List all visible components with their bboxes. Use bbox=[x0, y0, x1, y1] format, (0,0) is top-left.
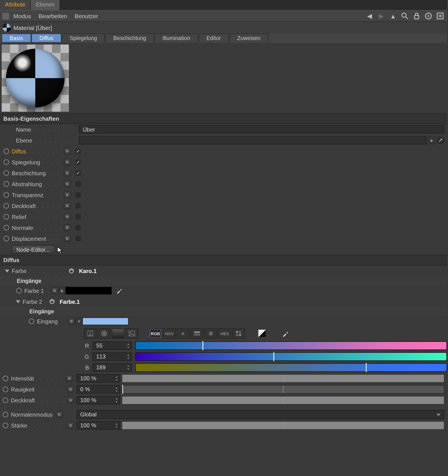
deckkraft-input[interactable]: 100 %▴▾ bbox=[76, 396, 120, 405]
channel-checkbox[interactable] bbox=[76, 225, 81, 230]
expand-swatch-icon[interactable]: ▸ bbox=[59, 287, 66, 295]
channel-checkbox[interactable] bbox=[76, 203, 81, 208]
anim-ring[interactable] bbox=[3, 397, 8, 403]
anim-ring[interactable] bbox=[3, 375, 8, 381]
name-input[interactable] bbox=[79, 125, 444, 134]
mode-contrast-icon[interactable] bbox=[256, 328, 269, 339]
key-button[interactable] bbox=[56, 411, 63, 418]
chtab-editor[interactable]: Editor bbox=[199, 34, 229, 42]
history-fwd-icon[interactable]: ▶ bbox=[377, 12, 386, 20]
anim-ring[interactable] bbox=[3, 148, 9, 154]
menu-mode[interactable]: Modus bbox=[13, 13, 31, 19]
staerke-slider[interactable] bbox=[122, 421, 444, 430]
chtab-zuweisen[interactable]: Zuweisen bbox=[229, 34, 268, 42]
anim-ring[interactable] bbox=[3, 412, 8, 417]
rauigkeit-slider[interactable] bbox=[122, 385, 444, 394]
channel-checkbox[interactable] bbox=[76, 149, 81, 154]
r-input[interactable]: 55▴▾ bbox=[92, 342, 132, 350]
node-editor-button[interactable]: Node-Editor... bbox=[12, 245, 54, 254]
b-input[interactable]: 189▴▾ bbox=[92, 363, 132, 372]
history-back-icon[interactable]: ◀ bbox=[365, 12, 374, 20]
channel-checkbox[interactable] bbox=[76, 236, 81, 241]
menu-edit[interactable]: Bearbeiten bbox=[39, 13, 67, 19]
chtab-illumination[interactable]: Illumination bbox=[155, 34, 198, 42]
mode-rgb-button[interactable]: RGB bbox=[149, 328, 162, 339]
key-button[interactable] bbox=[68, 318, 75, 325]
mode-mixer-icon[interactable] bbox=[191, 328, 203, 339]
search-icon[interactable] bbox=[401, 12, 409, 20]
deckkraft-slider[interactable] bbox=[122, 396, 444, 405]
key-button[interactable] bbox=[64, 202, 71, 209]
key-button[interactable] bbox=[66, 375, 73, 382]
anim-ring[interactable] bbox=[3, 181, 9, 187]
anim-ring[interactable] bbox=[3, 203, 9, 209]
chtab-diffus[interactable]: Diffus bbox=[31, 34, 61, 42]
link-icon[interactable] bbox=[49, 298, 55, 305]
normalenmodus-dropdown[interactable]: Global bbox=[76, 410, 444, 419]
key-button[interactable] bbox=[64, 224, 71, 231]
channel-checkbox[interactable] bbox=[76, 192, 81, 197]
disclosure-farbe2[interactable] bbox=[16, 300, 20, 303]
key-button[interactable] bbox=[67, 386, 74, 393]
up-nav-icon[interactable]: ▲ bbox=[389, 12, 397, 20]
channel-checkbox[interactable] bbox=[76, 171, 81, 176]
anim-ring[interactable] bbox=[3, 386, 8, 392]
tab-layers[interactable]: Ebenen bbox=[31, 0, 60, 10]
material-preview[interactable] bbox=[2, 45, 69, 112]
new-panel-icon[interactable] bbox=[436, 12, 444, 20]
disclosure-farbe[interactable] bbox=[5, 269, 9, 272]
intensitaet-input[interactable]: 100 %▴▾ bbox=[76, 374, 120, 383]
mode-picker-icon[interactable] bbox=[279, 328, 292, 339]
mode-swatch-icon[interactable] bbox=[205, 328, 217, 339]
key-button[interactable] bbox=[51, 287, 58, 294]
intensitaet-slider[interactable] bbox=[122, 374, 444, 383]
rauigkeit-input[interactable]: 0 %▴▾ bbox=[76, 385, 120, 394]
mode-kelvin-button[interactable]: K bbox=[177, 328, 190, 339]
swatch-menu-icon[interactable]: ▼ bbox=[76, 318, 82, 325]
staerke-input[interactable]: 100 %▴▾ bbox=[76, 421, 120, 430]
r-slider[interactable] bbox=[135, 342, 447, 350]
g-input[interactable]: 113▴▾ bbox=[92, 353, 132, 361]
panel-menu-icon[interactable] bbox=[3, 13, 9, 19]
chtab-spiegelung[interactable]: Spiegelung bbox=[62, 34, 105, 42]
link-icon[interactable] bbox=[68, 268, 75, 274]
anim-ring[interactable] bbox=[3, 225, 9, 231]
eyedropper-icon[interactable] bbox=[116, 287, 121, 294]
anim-ring[interactable] bbox=[3, 214, 9, 220]
anim-ring[interactable] bbox=[3, 236, 9, 242]
key-button[interactable] bbox=[64, 170, 71, 176]
anim-ring[interactable] bbox=[3, 423, 8, 428]
key-button[interactable] bbox=[67, 422, 74, 429]
ebene-dropdown-icon[interactable]: ▸ bbox=[428, 137, 435, 144]
mode-wheel-icon[interactable] bbox=[98, 328, 111, 339]
b-slider[interactable] bbox=[135, 363, 447, 372]
mode-image-icon[interactable] bbox=[126, 328, 138, 339]
ebene-pick-icon[interactable] bbox=[437, 137, 444, 144]
farbe-link-name[interactable]: Karo.1 bbox=[79, 268, 97, 274]
key-button[interactable] bbox=[64, 192, 71, 198]
menu-user[interactable]: Benutzer bbox=[75, 13, 98, 19]
anim-ring[interactable] bbox=[29, 318, 34, 324]
key-button[interactable] bbox=[64, 235, 71, 242]
channel-checkbox[interactable] bbox=[76, 181, 81, 186]
anim-ring[interactable] bbox=[16, 288, 22, 294]
mode-hsv-button[interactable]: HSV bbox=[163, 328, 176, 339]
chtab-beschichtung[interactable]: Beschichtung bbox=[105, 34, 154, 42]
g-slider[interactable] bbox=[135, 353, 447, 361]
mode-grid-icon[interactable] bbox=[232, 328, 245, 339]
anim-ring[interactable] bbox=[3, 159, 9, 165]
target-icon[interactable] bbox=[424, 12, 433, 20]
eingang-swatch[interactable] bbox=[82, 318, 129, 325]
mode-brightness-icon[interactable] bbox=[84, 328, 97, 339]
mode-spectrum-icon[interactable] bbox=[112, 328, 124, 339]
tab-attribute[interactable]: Attribute bbox=[0, 0, 31, 10]
farbe1-swatch[interactable] bbox=[66, 287, 112, 295]
farbe2-link-name[interactable]: Farbe.1 bbox=[60, 298, 80, 305]
chtab-basis[interactable]: Basis bbox=[2, 34, 31, 42]
key-button[interactable] bbox=[67, 397, 74, 404]
key-button[interactable] bbox=[64, 181, 71, 187]
mode-hex-button[interactable]: HEX bbox=[218, 328, 231, 339]
ebene-input[interactable] bbox=[79, 136, 427, 144]
key-button[interactable] bbox=[64, 213, 71, 220]
anim-ring[interactable] bbox=[3, 192, 9, 198]
